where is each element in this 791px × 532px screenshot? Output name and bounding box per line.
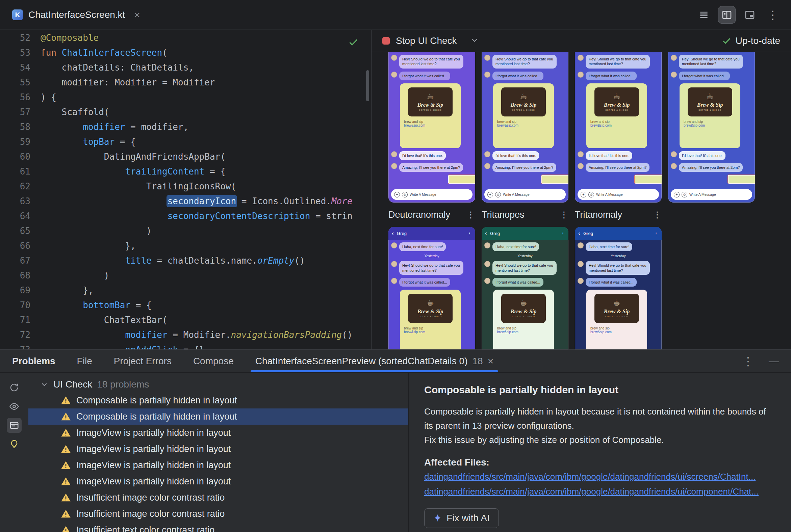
coffee-cup-icon: ☕ [613,299,621,307]
chat-bubble: Haha, next time for sure! [493,242,539,251]
message-input[interactable]: +☺Write A Message [391,189,473,200]
brand-name: Brew & Sip [418,308,443,315]
chat-message: Hey! Should we go to that cafe you menti… [671,55,752,69]
emoji-icon[interactable]: ☺ [402,192,408,197]
phone-preview[interactable]: Hey! Should we go to that cafe you menti… [575,52,662,203]
problem-item[interactable]: ImageView is partially hidden in layout [29,441,408,457]
avatar [484,242,491,248]
problem-item[interactable]: ImageView is partially hidden in layout [29,457,408,473]
close-tab-icon[interactable]: × [488,356,494,366]
phone-preview[interactable]: Hey! Should we go to that cafe you menti… [388,52,475,203]
editor-scrollbar[interactable] [366,70,369,101]
line-number: 52 [0,31,40,45]
stop-ui-check-button[interactable]: Stop UI Check [396,35,457,46]
chat-bubble: Hey! Should we go to that cafe you menti… [493,55,557,69]
problem-item[interactable]: Insufficient text color contrast ratio [29,522,408,532]
chevron-down-icon[interactable] [470,35,479,46]
preview-canvas[interactable]: Hey! Should we go to that cafe you menti… [371,52,791,349]
chat-bubble: Hey! Should we go to that cafe you menti… [586,261,650,275]
chat-message: Amazing, I'll see you there at 2pm? [391,163,473,172]
preview-eye-icon[interactable] [7,399,22,414]
phone-preview[interactable]: ‹Greg⋮Haha, next time for sure!Yesterday… [575,227,662,349]
add-icon[interactable]: + [394,192,400,197]
chat-message: Hey! Should we go to that cafe you menti… [391,55,473,69]
emoji-icon[interactable]: ☺ [588,192,594,197]
brand-logo: ☕Brew & SipCOFFEE & CHOCO [501,88,546,116]
tab-compose[interactable]: Compose [193,350,234,372]
problem-item[interactable]: Composable is partially hidden in layout [29,408,408,425]
brand-name: Brew & Sip [511,102,536,108]
issue-highlight-box [448,175,475,184]
card-caption: brew and sip [684,120,736,124]
editor-tab[interactable]: K ChatInterfaceScreen.kt × [10,0,143,30]
editor-tab-title: ChatInterfaceScreen.kt [29,10,125,20]
message-input[interactable]: +☺Write A Message [671,189,752,200]
message-input[interactable]: +☺Write A Message [484,189,566,200]
chat-bubble: I forgot what it was called... [493,278,544,287]
phone-preview[interactable]: Hey! Should we go to that cafe you menti… [668,52,755,203]
close-tab-icon[interactable]: × [134,10,140,20]
date-divider: Yesterday [391,254,473,258]
tab-chatinterfacescreenpreview-sortedchatdetails-0-[interactable]: ChatInterfaceScreenPreview (sortedChatDe… [255,350,494,372]
problems-count: 18 problems [97,379,149,390]
problem-item-label: ImageView is partially hidden in layout [76,460,231,471]
phone-preview[interactable]: Hey! Should we go to that cafe you menti… [482,52,568,203]
preview-row-2: ‹Greg⋮Haha, next time for sure!Yesterday… [388,227,791,349]
code-line: 53fun ChatInterfaceScreen( [0,45,371,60]
line-number: 64 [0,209,40,224]
problem-item[interactable]: Insufficient image color contrast ratio [29,506,408,522]
problem-item[interactable]: Composable is partially hidden in layout [29,392,408,408]
ai-sparkle-icon: ✦ [433,513,442,523]
avatar [484,72,491,78]
more-icon[interactable]: ⋮ [560,210,568,220]
warning-icon [61,509,71,519]
brand-name: Brew & Sip [511,308,536,315]
code-editor[interactable]: 52@Composable53fun ChatInterfaceScreen(5… [0,30,371,349]
code-line: 60 DatingAndFriendsAppBar( [0,149,371,164]
affected-file-link[interactable]: datingandfriends/src/main/java/com/ibm/g… [424,486,775,498]
rerun-check-icon[interactable] [7,380,22,395]
more-icon[interactable]: ⋮ [653,210,662,220]
brand-subtitle: COFFEE & CHOCO [512,316,535,318]
more-icon[interactable]: ⋮ [764,6,781,24]
warning-icon [61,525,71,532]
brand-logo: ☕Brew & SipCOFFEE & CHOCO [408,294,453,323]
fix-with-ai-button[interactable]: ✦ Fix with AI [424,508,499,528]
back-icon: ‹ [578,230,580,236]
phone-preview[interactable]: ‹Greg⋮Haha, next time for sure!Yesterday… [388,227,475,349]
emoji-icon[interactable]: ☺ [495,192,501,197]
tab-file[interactable]: File [77,350,92,372]
stop-icon[interactable] [382,37,390,44]
chat-message: I forgot what it was called... [391,278,473,287]
minimize-icon[interactable]: — [769,356,779,367]
affected-file-link[interactable]: datingandfriends/src/main/java/com/ibm/g… [424,471,775,483]
problem-item[interactable]: ImageView is partially hidden in layout [29,473,408,490]
warning-icon [61,395,71,405]
code-view-icon[interactable] [695,6,713,24]
lightbulb-icon[interactable] [7,437,22,452]
inspection-ok-icon[interactable] [348,36,359,49]
add-icon[interactable]: + [581,192,586,197]
code-line: 68 ) [0,268,371,283]
card-link: brew&sip.com [497,330,550,334]
more-icon[interactable]: ⋮ [466,210,475,220]
contact-name: Greg [583,231,593,236]
chevron-down-icon[interactable] [40,380,49,389]
emoji-icon[interactable]: ☺ [682,192,687,197]
add-icon[interactable]: + [488,192,493,197]
message-input[interactable]: +☺Write A Message [577,189,659,200]
phone-preview[interactable]: ‹Greg⋮Haha, next time for sure!Yesterday… [482,227,568,349]
chat-message: I forgot what it was called... [484,72,566,80]
problems-group-row[interactable]: UI Check 18 problems [29,377,408,392]
problem-item[interactable]: Insufficient image color contrast ratio [29,490,408,506]
tool-window-title[interactable]: Problems [12,356,55,366]
tab-project-errors[interactable]: Project Errors [114,350,171,372]
back-icon: ‹ [485,230,487,236]
split-view-icon[interactable] [718,6,736,24]
list-view-icon[interactable] [7,418,22,433]
preview-view-icon[interactable] [741,6,758,24]
add-icon[interactable]: + [674,192,680,197]
panel-more-icon[interactable]: ⋮ [742,356,754,367]
brand-name: Brew & Sip [604,308,629,315]
problem-item[interactable]: ImageView is partially hidden in layout [29,425,408,441]
